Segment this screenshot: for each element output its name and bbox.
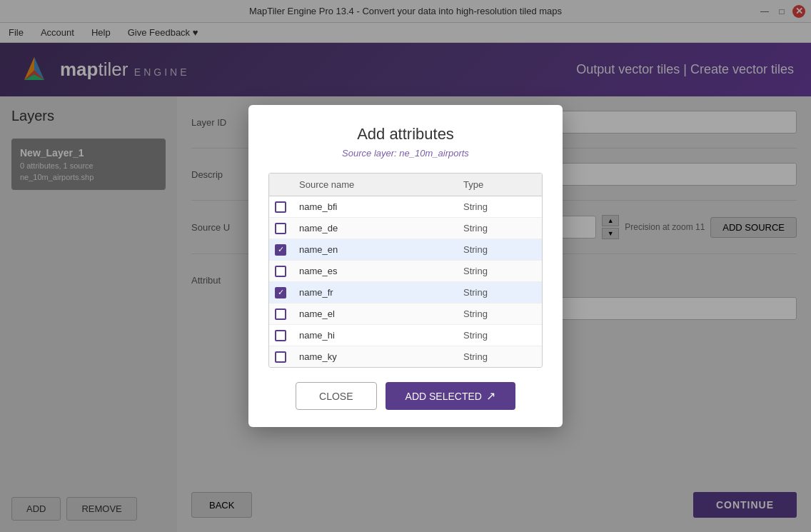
row-checkbox-0[interactable] — [275, 201, 286, 213]
checkbox-cell — [269, 347, 292, 367]
checkbox-cell — [269, 283, 292, 303]
attribute-name: name_de — [292, 218, 456, 239]
attribute-name: name_el — [292, 303, 456, 324]
table-row[interactable]: name_enString — [269, 239, 542, 261]
row-checkbox-3[interactable] — [275, 266, 286, 277]
row-checkbox-1[interactable] — [275, 223, 286, 234]
source-name-header: Source name — [292, 174, 456, 196]
close-dialog-button[interactable]: CLOSE — [296, 382, 376, 410]
attribute-type: String — [456, 239, 542, 260]
attribute-type: String — [456, 325, 542, 346]
table-row[interactable]: name_hiString — [269, 325, 542, 346]
attribute-type: String — [456, 218, 542, 239]
attribute-name: name_fr — [292, 282, 456, 303]
attribute-type: String — [456, 261, 542, 281]
attribute-type: String — [456, 282, 542, 303]
attribute-type: String — [456, 196, 542, 217]
dialog-footer: CLOSE ADD SELECTED ↗ — [268, 382, 543, 410]
row-checkbox-2[interactable] — [275, 244, 286, 256]
row-checkbox-5[interactable] — [275, 308, 286, 320]
attribute-type: String — [456, 346, 542, 367]
table-header: Source name Type — [269, 174, 542, 196]
table-row[interactable]: name_bfiString — [269, 196, 542, 218]
dialog-subtitle: Source layer: ne_10m_airports — [268, 148, 543, 159]
modal-overlay: Add attributes Source layer: ne_10m_airp… — [0, 0, 811, 532]
row-checkbox-6[interactable] — [275, 330, 286, 341]
add-selected-label: ADD SELECTED — [406, 391, 482, 402]
attribute-name: name_es — [292, 261, 456, 281]
dialog-subtitle-source: ne_10m_airports — [399, 148, 469, 159]
table-row[interactable]: name_esString — [269, 261, 542, 282]
attribute-name: name_hi — [292, 325, 456, 346]
dialog-subtitle-prefix: Source layer: — [342, 148, 399, 159]
dialog-title: Add attributes — [268, 125, 543, 144]
attribute-name: name_en — [292, 239, 456, 260]
table-row[interactable]: name_frString — [269, 282, 542, 303]
checkbox-cell — [269, 240, 292, 260]
add-selected-button[interactable]: ADD SELECTED ↗ — [386, 382, 515, 410]
row-checkbox-7[interactable] — [275, 351, 286, 363]
row-checkbox-4[interactable] — [275, 287, 286, 298]
checkbox-cell — [269, 219, 292, 239]
attribute-type: String — [456, 303, 542, 324]
cursor-icon: ↗ — [486, 389, 495, 403]
attribute-table: Source name Type name_bfiStringname_deSt… — [268, 173, 543, 368]
attribute-name: name_bfi — [292, 196, 456, 217]
add-attributes-dialog: Add attributes Source layer: ne_10m_airp… — [248, 105, 563, 427]
checkbox-column-header — [269, 174, 292, 196]
checkbox-cell — [269, 197, 292, 217]
table-row[interactable]: name_kyString — [269, 346, 542, 367]
attribute-name: name_ky — [292, 346, 456, 367]
checkbox-cell — [269, 304, 292, 324]
table-row[interactable]: name_elString — [269, 303, 542, 325]
type-header: Type — [456, 174, 542, 196]
table-body: name_bfiStringname_deStringname_enString… — [269, 196, 542, 367]
checkbox-cell — [269, 326, 292, 346]
checkbox-cell — [269, 261, 292, 281]
table-row[interactable]: name_deString — [269, 218, 542, 239]
